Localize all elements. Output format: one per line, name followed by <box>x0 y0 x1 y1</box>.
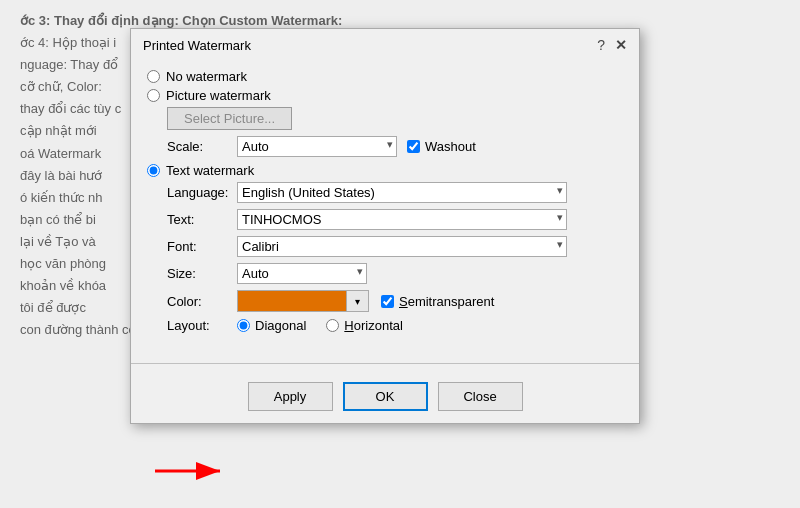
layout-row: Layout: Diagonal Horizontal <box>167 318 623 333</box>
no-watermark-label[interactable]: No watermark <box>166 69 247 84</box>
text-select[interactable]: TINHOCMOS <box>237 209 567 230</box>
size-label: Size: <box>167 266 237 281</box>
scale-row: Scale: Auto Washout <box>167 136 623 157</box>
semitransparent-row: Semitransparent <box>381 294 494 309</box>
dialog-divider <box>131 363 639 364</box>
picture-section: Select Picture... Scale: Auto Washout <box>167 107 623 157</box>
picture-watermark-row: Picture watermark <box>147 88 623 103</box>
text-row: Text: TINHOCMOS <box>167 209 623 230</box>
close-button[interactable]: Close <box>438 382 523 411</box>
language-select[interactable]: English (United States) <box>237 182 567 203</box>
dialog-footer: Apply OK Close <box>131 374 639 423</box>
font-label: Font: <box>167 239 237 254</box>
layout-label: Layout: <box>167 318 237 333</box>
semitransparent-text: emitransparent <box>408 294 495 309</box>
diagonal-radio[interactable] <box>237 319 250 332</box>
apply-button[interactable]: Apply <box>248 382 333 411</box>
washout-label[interactable]: Washout <box>425 139 476 154</box>
scale-select-wrapper: Auto <box>237 136 397 157</box>
help-button[interactable]: ? <box>597 37 605 53</box>
horizontal-h: H <box>344 318 353 333</box>
printed-watermark-dialog: Printed Watermark ? ✕ No watermark Pictu… <box>130 28 640 424</box>
size-select[interactable]: Auto <box>237 263 367 284</box>
text-select-wrapper: TINHOCMOS <box>237 209 567 230</box>
dialog-title: Printed Watermark <box>143 38 251 53</box>
size-select-wrapper: Auto <box>237 263 367 284</box>
semitransparent-underline: S <box>399 294 408 309</box>
font-select-wrapper: Calibri <box>237 236 567 257</box>
text-watermark-radio[interactable] <box>147 164 160 177</box>
picture-watermark-radio[interactable] <box>147 89 160 102</box>
language-row: Language: English (United States) <box>167 182 623 203</box>
color-dropdown-arrow[interactable]: ▾ <box>347 290 369 312</box>
color-label: Color: <box>167 294 237 309</box>
font-row: Font: Calibri <box>167 236 623 257</box>
horizontal-label[interactable]: Horizontal <box>344 318 403 333</box>
scale-label: Scale: <box>167 139 237 154</box>
font-select[interactable]: Calibri <box>237 236 567 257</box>
washout-checkbox[interactable] <box>407 140 420 153</box>
diagonal-option: Diagonal <box>237 318 306 333</box>
color-control: ▾ <box>237 290 369 312</box>
language-select-wrapper: English (United States) <box>237 182 567 203</box>
size-row: Size: Auto <box>167 263 623 284</box>
horizontal-option: Horizontal <box>326 318 403 333</box>
arrow-svg <box>155 456 235 486</box>
washout-row: Washout <box>407 139 476 154</box>
color-swatch[interactable] <box>237 290 347 312</box>
diagonal-label[interactable]: Diagonal <box>255 318 306 333</box>
no-watermark-radio[interactable] <box>147 70 160 83</box>
semitransparent-label[interactable]: Semitransparent <box>399 294 494 309</box>
dialog-titlebar: Printed Watermark ? ✕ <box>131 29 639 59</box>
text-watermark-section: Language: English (United States) Text: … <box>167 182 623 333</box>
horizontal-rest: orizontal <box>354 318 403 333</box>
titlebar-actions: ? ✕ <box>597 37 627 53</box>
text-watermark-row: Text watermark <box>147 163 623 178</box>
scale-select[interactable]: Auto <box>237 136 397 157</box>
layout-options: Diagonal Horizontal <box>237 318 403 333</box>
horizontal-radio[interactable] <box>326 319 339 332</box>
picture-watermark-label[interactable]: Picture watermark <box>166 88 271 103</box>
text-watermark-label[interactable]: Text watermark <box>166 163 254 178</box>
dialog-close-icon[interactable]: ✕ <box>615 37 627 53</box>
language-label: Language: <box>167 185 237 200</box>
semitransparent-checkbox[interactable] <box>381 295 394 308</box>
color-row: Color: ▾ Semitransparent <box>167 290 623 312</box>
dialog-body: No watermark Picture watermark Select Pi… <box>131 59 639 353</box>
select-picture-button: Select Picture... <box>167 107 292 130</box>
ok-button[interactable]: OK <box>343 382 428 411</box>
text-label: Text: <box>167 212 237 227</box>
no-watermark-row: No watermark <box>147 69 623 84</box>
